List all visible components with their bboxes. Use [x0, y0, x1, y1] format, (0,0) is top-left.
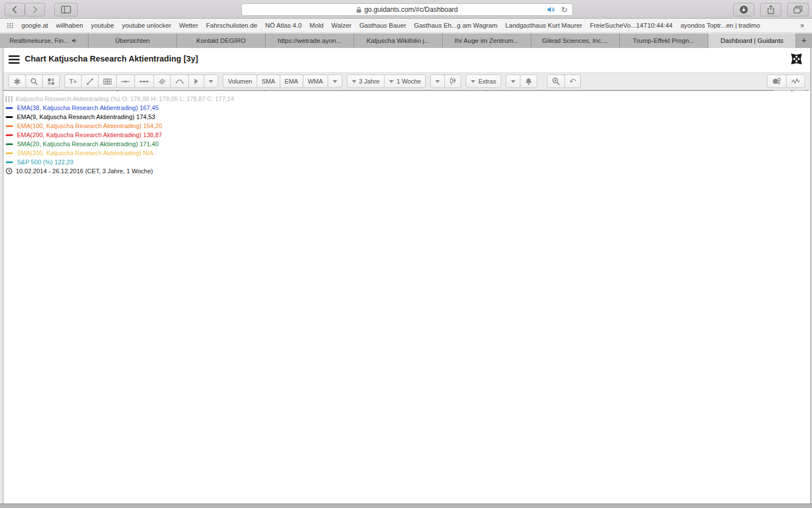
- legend-row-instrument[interactable]: Katjuscha Research Aktientrading (%) O: …: [6, 94, 234, 103]
- chevron-down-icon: [209, 80, 213, 83]
- draw-tools-dropdown[interactable]: [204, 75, 218, 88]
- layout-grid-button[interactable]: [42, 75, 60, 88]
- bookmark-item[interactable]: Walzer: [332, 22, 351, 29]
- fullscreen-expand-icon[interactable]: [791, 53, 802, 65]
- bookmarks-overflow-chevron[interactable]: »: [800, 21, 804, 29]
- zoom-button[interactable]: [547, 75, 565, 88]
- address-bar[interactable]: go.guidants.com/#c/Dashboard ↻: [241, 3, 573, 16]
- bookmark-item[interactable]: youtube unlocker: [122, 22, 171, 29]
- bookmark-item[interactable]: ayondos Toptr...en | tradimo: [681, 22, 761, 29]
- bookmark-item[interactable]: Landgasthaus Kurt Maurer: [505, 22, 582, 29]
- candlestick-icon: [449, 77, 456, 85]
- legend-row-sma20[interactable]: SMA(20, Katjuscha Research Aktientrading…: [6, 139, 234, 148]
- share-button[interactable]: [760, 3, 782, 16]
- chart-type-dropdown[interactable]: [430, 75, 445, 88]
- legend-row-ema38[interactable]: EMA(38, Katjuscha Research Aktientrading…: [6, 103, 234, 112]
- share-icon: [767, 5, 775, 14]
- new-tab-button[interactable]: +: [796, 33, 812, 48]
- tab-ihr-auge[interactable]: Ihr Auge im Zentrum...: [443, 33, 531, 48]
- legend-row-sp500[interactable]: S&P 500 (%) 122,29: [6, 157, 234, 167]
- legend-period: 10.02.2014 - 26.12.2016 (CET, 3 Jahre, 1…: [6, 167, 234, 176]
- undo-icon: ↶: [570, 77, 576, 86]
- line-swatch: [6, 107, 13, 109]
- reload-icon[interactable]: ↻: [561, 5, 568, 15]
- menu-icon[interactable]: [8, 55, 20, 64]
- chevron-right-icon: [32, 6, 38, 14]
- legend-row-ema100[interactable]: EMA(100, Katjuscha Research Aktientradin…: [6, 121, 234, 130]
- bookmarks-grid-icon[interactable]: [7, 23, 14, 29]
- range-dropdown[interactable]: 3 Jahre: [347, 75, 385, 88]
- zoom-in-icon: [552, 77, 560, 85]
- volumen-button[interactable]: Volumen: [223, 75, 257, 88]
- sma-button[interactable]: SMA: [257, 75, 280, 88]
- svg-text:122,29%: 122,29%: [782, 90, 807, 91]
- wma-button[interactable]: WMA: [303, 75, 328, 88]
- tab-gilead[interactable]: Gilead Sciences, Inc....: [531, 33, 620, 48]
- hline-dot-icon: [121, 79, 130, 84]
- window-left-edge: [0, 48, 3, 503]
- legend-row-ema200[interactable]: EMA(200, Katjuscha Research Aktientradin…: [6, 130, 234, 139]
- line-swatch: [6, 116, 13, 118]
- line-swatch: [6, 143, 13, 145]
- sidebar-toggle-button[interactable]: [54, 3, 78, 16]
- arc-tool-button[interactable]: [170, 75, 189, 88]
- ema-button[interactable]: EMA: [280, 75, 303, 88]
- interval-dropdown[interactable]: 1 Woche: [384, 75, 426, 88]
- alert-button[interactable]: [520, 75, 537, 88]
- chart-toolbar: T+ Volumen SMA EMA WMA 3 Jahre 1 Woche E…: [3, 72, 810, 90]
- chart-legend: Katjuscha Research Aktientrading (%) O: …: [6, 94, 234, 176]
- undo-button[interactable]: ↶: [564, 75, 581, 88]
- forward-button[interactable]: [25, 3, 45, 16]
- bubbles-view-button[interactable]: [767, 75, 787, 88]
- tab-katjuscha-wikifolio[interactable]: Katjuscha Wikifolio j...: [354, 33, 443, 48]
- back-button[interactable]: [5, 3, 25, 16]
- text-annotation-button[interactable]: T+: [64, 75, 82, 88]
- trendline-tool-button[interactable]: [81, 75, 99, 88]
- draw-hatch-tool-button[interactable]: [153, 75, 171, 88]
- legend-row-sma200[interactable]: SMA(200, Katjuscha Research Aktientradin…: [6, 148, 234, 157]
- audio-speaker-icon[interactable]: [547, 6, 555, 13]
- bookmark-item[interactable]: FreieSucheVo...14T10:44:44: [590, 22, 672, 29]
- tab-dashboard-guidants-active[interactable]: Dashboard | Guidants: [708, 33, 796, 48]
- mini-chart-icon: [6, 96, 12, 102]
- chevron-down-icon: [435, 80, 440, 83]
- tab-wetrade[interactable]: https://wetrade.ayon...: [266, 33, 354, 48]
- chevron-down-icon: [352, 80, 356, 83]
- candle-style-button[interactable]: [444, 75, 461, 88]
- legend-row-ema9[interactable]: EMA(9, Katjuscha Research Aktientrading)…: [6, 112, 234, 121]
- alerts-dropdown[interactable]: [506, 75, 520, 88]
- tab-trump-effekt[interactable]: Trump-Effekt Progn...: [620, 33, 708, 48]
- indicator-settings-button[interactable]: [98, 75, 117, 88]
- search-icon: [30, 78, 38, 85]
- bookmark-item[interactable]: Mold: [310, 22, 324, 29]
- grid-icon: [47, 78, 55, 85]
- bookmark-item[interactable]: google.at: [21, 22, 48, 29]
- line-swatch: [6, 161, 13, 163]
- chevron-left-icon: [12, 6, 17, 14]
- lock-icon: [356, 7, 361, 13]
- bookmark-item[interactable]: Gasthaus Bauer: [359, 22, 406, 29]
- clock-icon: [6, 168, 12, 174]
- search-button[interactable]: [25, 75, 43, 88]
- indicator-dropdown[interactable]: [328, 75, 342, 88]
- replay-tool-button[interactable]: [188, 75, 204, 88]
- bookmark-item[interactable]: youtube: [91, 22, 114, 29]
- bookmark-item[interactable]: Fahrschulisten.de: [206, 22, 257, 29]
- zigzag-icon: [791, 78, 800, 85]
- downloads-button[interactable]: [733, 3, 754, 16]
- tab-bar: Realtimekurse, Fin... Übersichten Kontak…: [0, 33, 812, 49]
- tab-kontakt-degiro[interactable]: Kontakt DEGIRO: [177, 33, 266, 48]
- tab-overview-button[interactable]: [787, 3, 809, 16]
- tab-realtimekurse[interactable]: Realtimekurse, Fin...: [0, 33, 89, 48]
- settings-button[interactable]: [8, 75, 26, 88]
- horizontal-line-tool-button[interactable]: [116, 75, 135, 88]
- tab-audio-icon[interactable]: [72, 38, 78, 43]
- extras-dropdown[interactable]: Extras: [466, 75, 501, 88]
- line-chart-view-button[interactable]: [786, 75, 805, 88]
- bookmark-item[interactable]: willhaben: [56, 22, 83, 29]
- bookmark-item[interactable]: Gasthaus Eh...g am Wagram: [414, 22, 497, 29]
- polyline-tool-button[interactable]: [134, 75, 154, 88]
- tab-uebersichten[interactable]: Übersichten: [89, 33, 177, 48]
- bookmark-item[interactable]: NÖ Atlas 4.0: [265, 22, 302, 29]
- bookmark-item[interactable]: Wetter: [179, 22, 198, 29]
